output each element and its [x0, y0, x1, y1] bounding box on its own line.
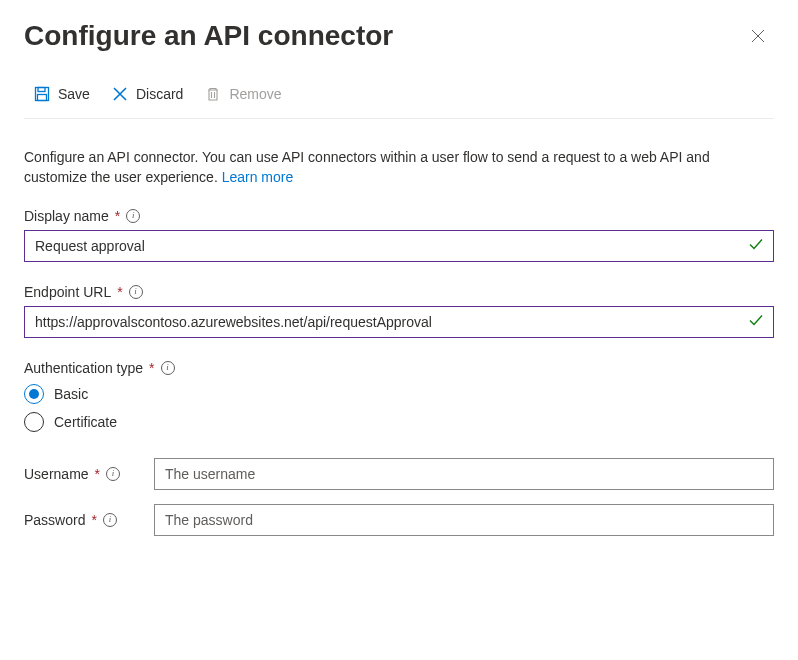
save-button[interactable]: Save	[24, 80, 100, 108]
info-icon[interactable]: i	[161, 361, 175, 375]
intro-text-body: Configure an API connector. You can use …	[24, 149, 710, 185]
info-icon[interactable]: i	[129, 285, 143, 299]
username-label: Username	[24, 466, 89, 482]
radio-icon	[24, 412, 44, 432]
display-name-input[interactable]	[24, 230, 774, 262]
page-title: Configure an API connector	[24, 20, 393, 52]
required-marker: *	[95, 466, 100, 482]
auth-type-radio-certificate[interactable]: Certificate	[24, 412, 774, 432]
auth-type-option-certificate-label: Certificate	[54, 414, 117, 430]
username-input[interactable]	[154, 458, 774, 490]
password-input[interactable]	[154, 504, 774, 536]
auth-type-option-basic-label: Basic	[54, 386, 88, 402]
required-marker: *	[91, 512, 96, 528]
toolbar: Save Discard Remove	[24, 72, 774, 119]
auth-type-radio-basic[interactable]: Basic	[24, 384, 774, 404]
close-button[interactable]	[742, 20, 774, 52]
password-label: Password	[24, 512, 85, 528]
save-icon	[34, 86, 50, 102]
info-icon[interactable]: i	[126, 209, 140, 223]
discard-button-label: Discard	[136, 86, 183, 102]
trash-icon	[205, 86, 221, 102]
required-marker: *	[117, 284, 122, 300]
endpoint-url-label: Endpoint URL	[24, 284, 111, 300]
learn-more-link[interactable]: Learn more	[222, 169, 294, 185]
save-button-label: Save	[58, 86, 90, 102]
close-icon	[751, 29, 765, 43]
required-marker: *	[149, 360, 154, 376]
remove-button: Remove	[195, 80, 291, 108]
display-name-label: Display name	[24, 208, 109, 224]
radio-icon	[24, 384, 44, 404]
svg-rect-1	[38, 88, 45, 92]
remove-button-label: Remove	[229, 86, 281, 102]
discard-button[interactable]: Discard	[102, 80, 193, 108]
discard-icon	[112, 86, 128, 102]
info-icon[interactable]: i	[106, 467, 120, 481]
intro-text: Configure an API connector. You can use …	[24, 147, 774, 188]
auth-type-label: Authentication type	[24, 360, 143, 376]
svg-rect-2	[38, 95, 47, 101]
required-marker: *	[115, 208, 120, 224]
endpoint-url-input[interactable]	[24, 306, 774, 338]
info-icon[interactable]: i	[103, 513, 117, 527]
